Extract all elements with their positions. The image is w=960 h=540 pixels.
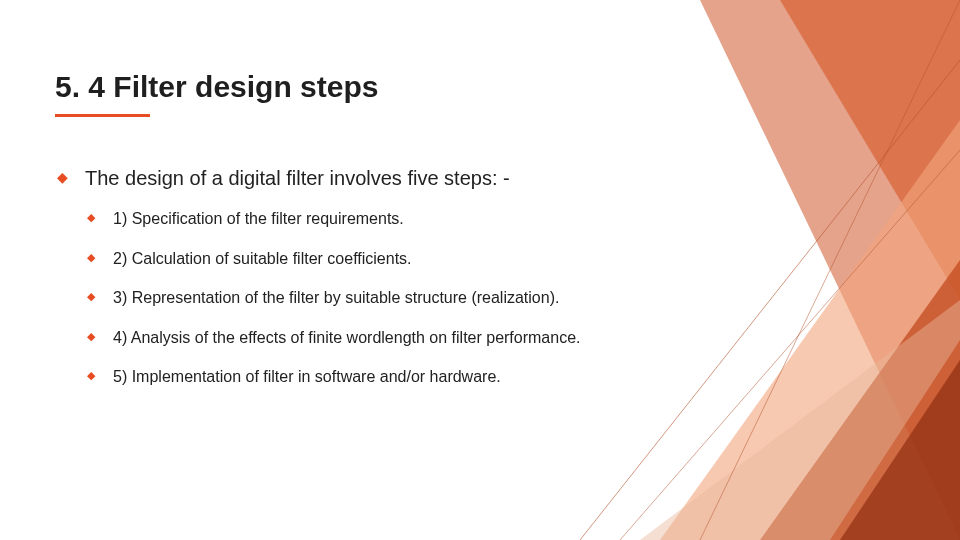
step-item: 5) Implementation of filter in software … [85,366,680,388]
step-item: 4) Analysis of the effects of finite wor… [85,327,680,349]
slide-title: 5. 4 Filter design steps [55,70,680,104]
intro-text: The design of a digital filter involves … [85,167,510,189]
intro-bullet: The design of a digital filter involves … [55,167,680,388]
step-text: 4) Analysis of the effects of finite wor… [113,329,581,346]
step-text: 3) Representation of the filter by suita… [113,289,559,306]
slide-content: 5. 4 Filter design steps The design of a… [0,0,720,446]
step-text: 2) Calculation of suitable filter coeffi… [113,250,412,267]
title-underline [55,114,150,117]
step-item: 1) Specification of the filter requireme… [85,208,680,230]
svg-line-8 [700,0,960,540]
svg-marker-3 [760,260,960,540]
svg-marker-4 [840,360,960,540]
step-text: 1) Specification of the filter requireme… [113,210,404,227]
step-item: 2) Calculation of suitable filter coeffi… [85,248,680,270]
svg-marker-0 [780,0,960,300]
step-text: 5) Implementation of filter in software … [113,368,501,385]
step-item: 3) Representation of the filter by suita… [85,287,680,309]
svg-marker-1 [700,0,960,540]
